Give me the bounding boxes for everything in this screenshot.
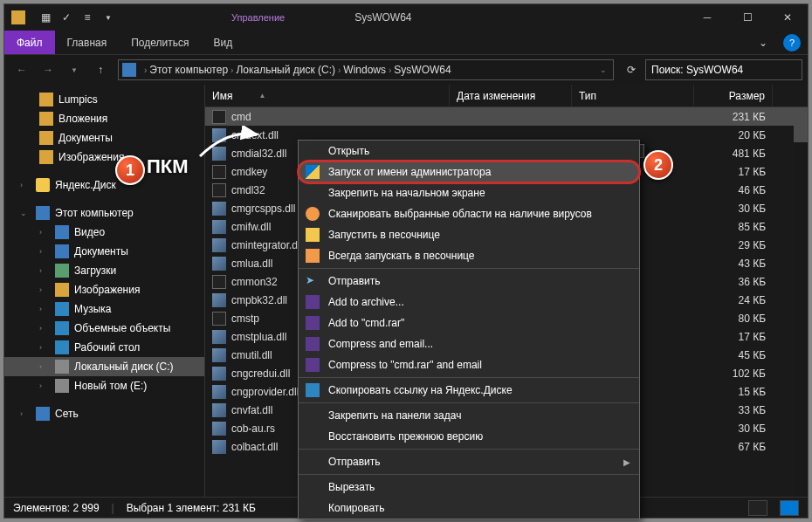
crumb-pc[interactable]: Этот компьютер (149, 64, 228, 76)
chevron-right-icon[interactable]: › (389, 65, 391, 75)
view-details-button[interactable] (748, 500, 767, 516)
app-icon (11, 10, 25, 24)
minimize-button[interactable]: ─ (687, 4, 727, 31)
ctx-copy[interactable]: Копировать (299, 498, 639, 519)
col-size[interactable]: Размер (694, 85, 773, 106)
nav-tree: Lumpics Вложения Документы Изображения ›… (4, 85, 205, 497)
file-size: 20 КБ (694, 129, 773, 141)
view-icons-button[interactable] (780, 500, 799, 516)
file-icon (212, 183, 226, 197)
qat-dropdown-icon[interactable]: ▼ (99, 8, 118, 27)
chevron-right-icon[interactable]: › (144, 65, 147, 75)
qat-new-folder-icon[interactable]: ✓ (57, 8, 76, 27)
ctx-sandbox-always[interactable]: Всегда запускать в песочнице (299, 245, 639, 266)
shield-icon (306, 165, 320, 179)
tree-network[interactable]: ›Сеть (4, 404, 204, 423)
folder-icon (39, 150, 53, 164)
file-size: 46 КБ (694, 184, 773, 196)
list-header: Имя Дата изменения Тип Размер (205, 85, 808, 107)
ctx-compress-rar-email[interactable]: Compress to "cmd.rar" and email (299, 354, 639, 375)
close-button[interactable]: ✕ (767, 4, 808, 31)
ctx-run-as-admin[interactable]: Запуск от имени администратора (299, 161, 639, 182)
tree-lumpics[interactable]: Lumpics (4, 90, 204, 109)
tree-attachments[interactable]: Вложения (4, 109, 204, 128)
file-icon (212, 312, 226, 326)
nav-history-dropdown[interactable]: ▼ (62, 58, 86, 82)
crumb-folder[interactable]: SysWOW64 (394, 64, 451, 76)
file-icon (212, 293, 226, 307)
ctx-sandbox[interactable]: Запустить в песочнице (299, 224, 639, 245)
ctx-restore-version[interactable]: Восстановить прежнюю версию (299, 426, 639, 447)
file-size: 30 КБ (694, 422, 773, 435)
help-icon[interactable]: ? (783, 34, 801, 52)
nav-back-button[interactable]: ← (10, 58, 34, 82)
scrollbar[interactable] (794, 107, 808, 497)
ctx-add-rar[interactable]: Add to "cmd.rar" (299, 313, 639, 333)
tree-video[interactable]: ›Видео (4, 223, 204, 242)
file-size: 102 КБ (694, 367, 773, 380)
window-title: SysWOW64 (354, 11, 687, 24)
documents-icon (55, 244, 69, 258)
file-row[interactable]: cmd231 КБ (205, 107, 808, 126)
ctx-send-to[interactable]: ➤Отправить (299, 271, 639, 292)
ctx-yandex-link[interactable]: Скопировать ссылку на Яндекс.Диске (299, 380, 639, 401)
qat-properties-icon[interactable]: ▦ (36, 8, 55, 27)
qat-undo-icon[interactable]: ≡ (78, 8, 97, 27)
tree-new-volume-e[interactable]: ›Новый том (E:) (4, 376, 204, 395)
ctx-compress-email[interactable]: Compress and email... (299, 333, 639, 354)
ctx-open[interactable]: Открыть (299, 141, 639, 161)
annotation-arrow (196, 126, 265, 161)
collapse-icon[interactable]: ⌄ (20, 209, 31, 217)
tree-documents2[interactable]: ›Документы (4, 242, 204, 261)
tree-music[interactable]: ›Музыка (4, 299, 204, 319)
col-name[interactable]: Имя (205, 85, 450, 106)
file-icon (212, 238, 226, 252)
winrar-icon (306, 316, 320, 330)
address-bar[interactable]: › Этот компьютер › Локальный диск (C:) ›… (118, 59, 614, 80)
expand-icon[interactable]: › (20, 181, 31, 189)
tree-this-pc[interactable]: ⌄Этот компьютер (4, 203, 204, 223)
file-icon (212, 202, 226, 216)
col-date[interactable]: Дата изменения (450, 85, 572, 106)
annotation-badge-1: 1 (115, 155, 145, 185)
chevron-right-icon[interactable]: › (231, 65, 233, 75)
crumb-windows[interactable]: Windows (343, 64, 386, 76)
tab-view[interactable]: Вид (201, 31, 244, 54)
tree-local-disk-c[interactable]: ›Локальный диск (C:) (4, 357, 204, 376)
tree-desktop[interactable]: ›Рабочий стол (4, 338, 204, 357)
file-size: 481 КБ (694, 148, 773, 160)
chevron-right-icon[interactable]: › (338, 65, 341, 75)
crumb-disk[interactable]: Локальный диск (C:) (236, 64, 335, 76)
context-menu: Открыть Запуск от имени администратора З… (298, 140, 640, 519)
downloads-icon (55, 264, 69, 278)
tree-documents[interactable]: Документы (4, 128, 204, 148)
tab-file[interactable]: Файл (4, 31, 55, 54)
tree-images2[interactable]: ›Изображения (4, 280, 204, 299)
tree-downloads[interactable]: ›Загрузки (4, 261, 204, 280)
ctx-cut[interactable]: Вырезать (299, 477, 639, 498)
ribbon-expand-icon[interactable]: ⌄ (750, 31, 776, 54)
col-type[interactable]: Тип (572, 85, 694, 106)
ctx-send-to2[interactable]: Отправить▶ (299, 451, 639, 472)
ctx-add-archive[interactable]: Add to archive... (299, 292, 639, 313)
tab-share[interactable]: Поделиться (119, 31, 201, 54)
sandbox-always-icon (306, 249, 320, 263)
annotation-badge-2: 2 (643, 150, 673, 180)
file-size: 36 КБ (694, 276, 773, 288)
ctx-pin-taskbar[interactable]: Закрепить на панели задач (299, 405, 639, 426)
refresh-button[interactable]: ⟳ (619, 59, 643, 80)
ribbon-context-label: Управление (231, 12, 285, 23)
nav-up-button[interactable]: ↑ (88, 58, 113, 82)
tab-home[interactable]: Главная (55, 31, 120, 54)
titlebar: ▦ ✓ ≡ ▼ Управление SysWOW64 ─ ☐ ✕ (4, 4, 808, 31)
maximize-button[interactable]: ☐ (727, 4, 767, 31)
address-dropdown-icon[interactable]: ⌄ (600, 65, 607, 74)
ctx-scan-virus[interactable]: Сканировать выбранные области на наличие… (299, 203, 639, 224)
search-input[interactable]: Поиск: SysWOW64 (645, 59, 802, 80)
submenu-arrow-icon: ▶ (623, 457, 630, 467)
ctx-pin-start[interactable]: Закрепить на начальном экране (299, 182, 639, 203)
scrollbar-thumb[interactable] (794, 107, 808, 142)
tree-3d-objects[interactable]: ›Объемные объекты (4, 319, 204, 338)
tree-yandex-disk[interactable]: ›Яндекс.Диск (4, 175, 204, 195)
file-icon (212, 367, 226, 381)
